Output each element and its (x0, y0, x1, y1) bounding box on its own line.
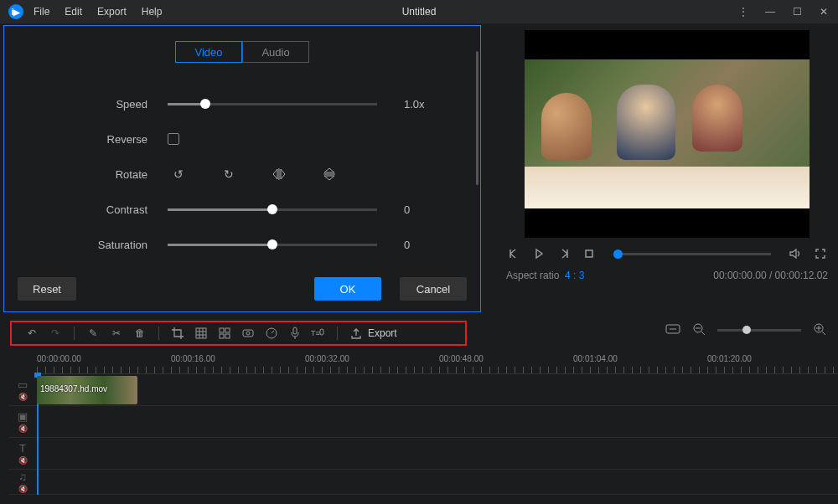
svg-rect-5 (225, 328, 230, 332)
svg-point-10 (266, 328, 277, 338)
reverse-checkbox[interactable] (168, 133, 179, 145)
playback-progress[interactable] (613, 253, 771, 255)
pencil-icon[interactable]: ✎ (83, 323, 103, 343)
mute-icon[interactable]: 🔇 (18, 393, 28, 401)
track-row-audio[interactable]: ♫🔇 (8, 470, 838, 495)
svg-rect-6 (220, 334, 224, 338)
play-icon[interactable] (531, 246, 546, 261)
svg-point-15 (694, 324, 702, 332)
prev-frame-icon[interactable] (506, 246, 521, 261)
svg-rect-8 (243, 330, 253, 337)
svg-point-16 (815, 324, 823, 332)
fit-icon[interactable] (665, 323, 680, 337)
preview-frame (525, 59, 810, 208)
saturation-slider[interactable] (168, 244, 377, 246)
mosaic-icon[interactable] (191, 323, 211, 343)
saturation-value: 0 (404, 239, 410, 251)
mute-icon[interactable]: 🔇 (18, 456, 28, 465)
maximize-icon[interactable]: ☐ (791, 6, 803, 18)
rotate-ccw-icon[interactable]: ↺ (168, 165, 189, 183)
mute-icon[interactable]: 🔇 (18, 485, 28, 493)
preview-timecode: 00:00:00.00 / 00:00:12.02 (713, 270, 828, 281)
svg-text:T≡: T≡ (311, 329, 320, 337)
saturation-label: Saturation (18, 239, 147, 251)
export-icon[interactable] (346, 323, 366, 343)
contrast-label: Contrast (18, 203, 147, 216)
svg-rect-3 (196, 328, 206, 338)
undo-icon[interactable]: ↶ (22, 323, 42, 343)
crop-icon[interactable] (168, 323, 188, 343)
delete-icon[interactable]: 🗑 (130, 323, 150, 343)
menu-export[interactable]: Export (97, 6, 127, 18)
aspect-ratio-value[interactable]: 4 : 3 (565, 270, 584, 281)
audio-track-icon: ♫ (18, 471, 27, 483)
rotate-label: Rotate (18, 168, 147, 181)
reverse-label: Reverse (18, 133, 147, 146)
text-to-speech-icon[interactable]: T≡ (308, 323, 328, 343)
zoom-slider[interactable] (717, 329, 801, 332)
menu-file[interactable]: File (34, 6, 49, 18)
flip-vertical-icon[interactable] (318, 165, 340, 183)
ruler-tick: 00:00:32.00 (305, 354, 349, 363)
window-title: Untitled (402, 6, 437, 18)
contrast-value: 0 (404, 203, 410, 216)
track-row-pip[interactable]: ▣🔇 (8, 406, 838, 438)
time-ruler[interactable]: 00:00:00.00 00:00:16.00 00:00:32.00 00:0… (37, 351, 838, 374)
flip-horizontal-icon[interactable] (268, 165, 290, 183)
ruler-tick: 00:01:20.00 (707, 354, 752, 363)
panel-scrollbar[interactable] (476, 51, 478, 185)
mute-icon[interactable]: 🔇 (18, 424, 28, 433)
tab-video[interactable]: Video (175, 41, 242, 63)
video-track-icon: ▭ (18, 378, 28, 391)
speed-label: Speed (18, 98, 147, 111)
rotate-cw-icon[interactable]: ↻ (218, 165, 240, 183)
preview-video[interactable] (525, 30, 810, 238)
ruler-tick: 00:00:00.00 (37, 354, 81, 363)
svg-rect-13 (320, 329, 323, 335)
timeline-clip[interactable]: 19884307.hd.mov (37, 376, 137, 404)
pip-track-icon: ▣ (18, 410, 28, 423)
app-logo-icon: i▶ (8, 4, 23, 19)
toolbar-area: ↶ ↷ ✎ ✂ 🗑 T≡ Export (0, 312, 838, 349)
text-track-icon: T (19, 442, 26, 455)
fullscreen-icon[interactable] (813, 246, 828, 261)
track-row-text[interactable]: T🔇 (8, 438, 838, 470)
zoom-out-icon[interactable] (692, 322, 706, 338)
more-icon[interactable]: ⋮ (737, 6, 749, 18)
stop-icon[interactable] (582, 246, 597, 261)
close-icon[interactable]: ✕ (818, 6, 830, 18)
export-label[interactable]: Export (368, 327, 397, 339)
clip-filename: 19884307.hd.mov (40, 384, 107, 393)
menu-help[interactable]: Help (142, 6, 163, 18)
svg-rect-11 (293, 327, 297, 334)
cancel-button[interactable]: Cancel (400, 277, 467, 301)
volume-icon[interactable] (788, 246, 803, 261)
svg-point-9 (246, 332, 250, 335)
track-row-video[interactable]: ▭🔇 19884307.hd.mov (8, 374, 838, 406)
zoom-in-icon[interactable] (813, 322, 826, 338)
reset-button[interactable]: Reset (18, 277, 76, 301)
preview-pane: Aspect ratio 4 : 3 00:00:00.00 / 00:00:1… (481, 23, 838, 312)
minimize-icon[interactable]: — (764, 6, 776, 18)
ruler-tick: 00:00:16.00 (171, 354, 215, 363)
grid-icon[interactable] (215, 323, 235, 343)
tab-audio[interactable]: Audio (242, 41, 309, 63)
edit-toolbar: ↶ ↷ ✎ ✂ 🗑 T≡ Export (10, 321, 467, 346)
video-settings-panel: Video Audio Speed 1.0x Reverse Rotate ↺ … (3, 25, 481, 312)
ok-button[interactable]: OK (314, 277, 381, 301)
speed-value: 1.0x (404, 98, 425, 111)
mic-icon[interactable] (285, 323, 305, 343)
redo-icon[interactable]: ↷ (45, 323, 65, 343)
svg-rect-7 (225, 334, 230, 338)
menu-bar: File Edit Export Help (34, 6, 162, 18)
next-frame-icon[interactable] (556, 246, 572, 261)
menu-edit[interactable]: Edit (65, 6, 82, 18)
svg-rect-4 (220, 328, 224, 332)
timeline: 00:00:00.00 00:00:16.00 00:00:32.00 00:0… (0, 349, 838, 495)
speed-icon[interactable] (261, 323, 282, 343)
cut-icon[interactable]: ✂ (106, 323, 127, 343)
record-icon[interactable] (238, 323, 258, 343)
contrast-slider[interactable] (168, 208, 377, 211)
aspect-ratio: Aspect ratio 4 : 3 (506, 270, 584, 281)
speed-slider[interactable] (168, 103, 377, 105)
